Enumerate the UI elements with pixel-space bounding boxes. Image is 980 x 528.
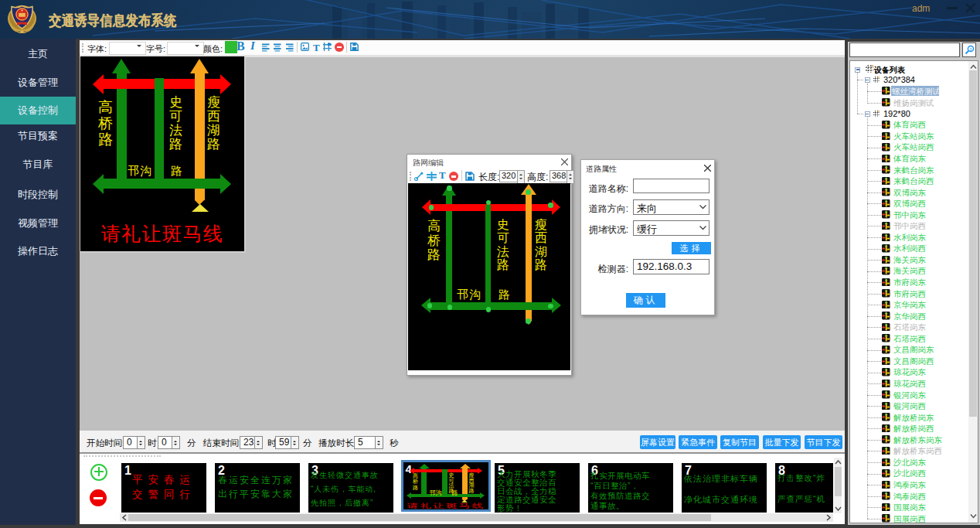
svg-text:3: 3: [969, 47, 971, 52]
